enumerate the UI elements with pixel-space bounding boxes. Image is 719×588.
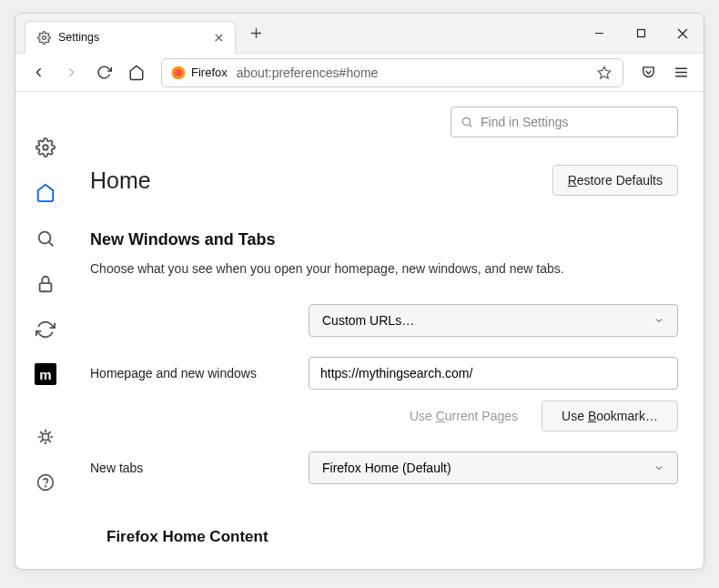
svg-rect-7 xyxy=(40,283,52,291)
svg-point-0 xyxy=(42,35,46,39)
browser-tab[interactable]: Settings xyxy=(25,21,236,54)
homepage-url-input[interactable] xyxy=(309,357,678,390)
minimize-button[interactable] xyxy=(578,14,620,54)
section-firefox-home-title: Firefox Home Content xyxy=(106,528,678,546)
reload-button[interactable] xyxy=(88,57,119,88)
section-new-windows-desc: Choose what you see when you open your h… xyxy=(90,260,678,279)
sidebar-item-search[interactable] xyxy=(34,227,57,250)
tab-title: Settings xyxy=(58,31,204,44)
svg-marker-4 xyxy=(598,66,610,78)
url-brand: Firefox xyxy=(171,66,228,80)
homepage-row-label: Homepage and new windows xyxy=(90,366,290,380)
settings-sidebar: m xyxy=(15,92,76,569)
close-icon[interactable] xyxy=(211,30,226,45)
new-tab-button[interactable] xyxy=(243,21,268,46)
back-button[interactable] xyxy=(23,57,54,88)
app-menu-button[interactable] xyxy=(665,57,696,88)
svg-rect-1 xyxy=(637,30,644,37)
homepage-select[interactable]: Custom URLs… xyxy=(309,304,678,337)
svg-point-6 xyxy=(39,232,51,244)
close-window-button[interactable] xyxy=(662,14,704,54)
find-placeholder: Find in Settings xyxy=(481,115,569,129)
sidebar-item-mozilla[interactable]: m xyxy=(35,363,56,385)
use-bookmark-button[interactable]: Use Bookmark… xyxy=(542,400,678,431)
section-new-windows-title: New Windows and Tabs xyxy=(90,230,678,249)
chevron-down-icon xyxy=(653,315,664,326)
restore-defaults-button[interactable]: Restore Defaults xyxy=(552,165,678,196)
newtabs-select-value: Firefox Home (Default) xyxy=(322,461,451,475)
settings-main: Find in Settings Home Restore Defaults N… xyxy=(76,92,704,569)
toolbar: Firefox about:preferences#home xyxy=(15,54,704,92)
find-in-settings-input[interactable]: Find in Settings xyxy=(451,106,678,137)
svg-rect-8 xyxy=(43,434,49,441)
gear-icon xyxy=(36,30,51,45)
browser-window: Settings xyxy=(15,13,704,570)
address-bar[interactable]: Firefox about:preferences#home xyxy=(161,58,623,87)
newtabs-label: New tabs xyxy=(90,461,290,475)
home-button[interactable] xyxy=(121,57,152,88)
svg-point-5 xyxy=(43,145,48,150)
forward-button[interactable] xyxy=(56,57,86,88)
sidebar-item-home[interactable] xyxy=(34,181,57,205)
newtabs-select[interactable]: Firefox Home (Default) xyxy=(309,451,678,484)
page-title: Home xyxy=(90,167,151,194)
svg-point-3 xyxy=(175,69,182,76)
chevron-down-icon xyxy=(653,462,664,473)
pocket-button[interactable] xyxy=(633,57,663,88)
url-text: about:preferences#home xyxy=(237,66,588,80)
sidebar-item-sync[interactable] xyxy=(34,318,57,341)
sidebar-item-help[interactable] xyxy=(34,471,57,494)
svg-point-10 xyxy=(46,486,46,487)
sidebar-item-privacy[interactable] xyxy=(34,272,57,296)
svg-point-11 xyxy=(462,117,470,125)
brand-label: Firefox xyxy=(191,66,228,79)
homepage-select-value: Custom URLs… xyxy=(322,313,414,328)
content-area: m Find in Settings Home Restore Defaults… xyxy=(15,92,704,569)
bookmark-star-icon[interactable] xyxy=(597,66,613,80)
titlebar: Settings xyxy=(15,14,704,54)
use-current-pages-button[interactable]: Use Current Pages xyxy=(395,400,532,431)
sidebar-item-extensions[interactable] xyxy=(34,425,57,449)
window-controls xyxy=(578,14,704,54)
maximize-button[interactable] xyxy=(620,14,662,54)
sidebar-item-general[interactable] xyxy=(34,136,57,159)
